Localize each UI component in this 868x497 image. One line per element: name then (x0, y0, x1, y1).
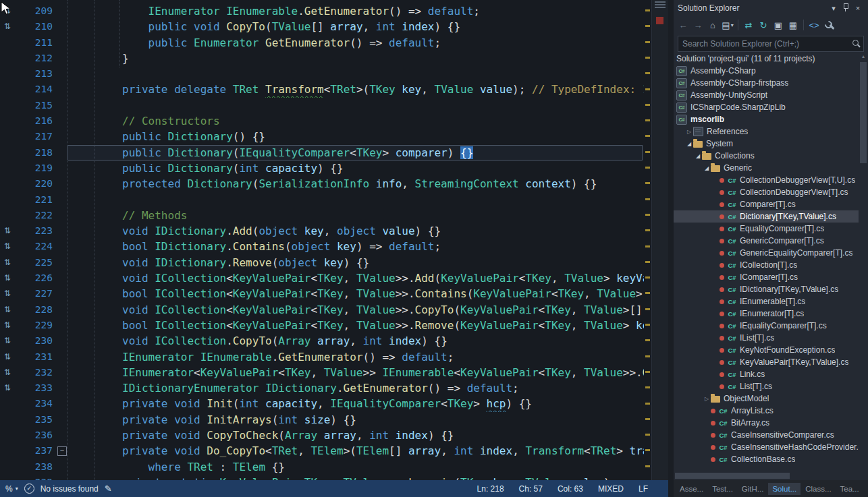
code-text[interactable]: IDictionaryEnumerator IDictionary.GetEnu… (70, 380, 644, 396)
tree-item[interactable]: ◢System (674, 138, 859, 150)
fold-margin[interactable]: − (55, 443, 70, 459)
code-text[interactable]: void ICollection<KeyValuePair<TKey, TVal… (70, 302, 644, 318)
code-text[interactable]: where TRet : TElem {} (70, 459, 644, 475)
code-text[interactable]: // Constructors (70, 113, 644, 129)
code-line[interactable]: 239 private static KeyValuePair<TKey, TV… (0, 475, 644, 480)
tree-item[interactable]: C#Assembly-UnityScript (674, 89, 859, 101)
code-line[interactable]: 212 } (0, 51, 644, 66)
split-editor-grip-icon[interactable] (655, 1, 666, 9)
code-line[interactable]: 235 private void InitArrays(int size) {} (0, 412, 644, 428)
pen-icon[interactable]: ✎ (105, 484, 112, 494)
code-text[interactable]: IEnumerator<KeyValuePair<TKey, TValue>> … (70, 365, 644, 380)
code-line[interactable]: 220 protected Dictionary(SerializationIn… (0, 176, 644, 192)
code-text[interactable]: private void InitArrays(int size) {} (70, 412, 644, 428)
code-text[interactable]: public Enumerator GetEnumerator() => def… (70, 35, 644, 51)
code-line[interactable]: ⇅227 bool ICollection<KeyValuePair<TKey,… (0, 286, 644, 301)
scrollbar-thumb[interactable] (675, 473, 790, 479)
code-text[interactable]: public void CopyTo(TValue[] array, int i… (70, 19, 644, 34)
code-line[interactable]: 236 private void CopyToCheck(Array array… (0, 428, 644, 443)
code-line[interactable]: 237− private void Do_CopyTo<TRet, TElem>… (0, 443, 644, 459)
code-text[interactable]: public Dictionary(int capacity) {} (70, 160, 644, 176)
code-line[interactable]: ⇅231 IEnumerator IEnumerable.GetEnumerat… (0, 349, 644, 365)
code-line[interactable]: 216 // Constructors (0, 113, 644, 129)
code-line[interactable]: ⇅226 void ICollection<KeyValuePair<TKey,… (0, 270, 644, 286)
code-line[interactable]: 217 public Dictionary() {} (0, 129, 644, 144)
tree-item[interactable]: C#CaseInsensitiveComparer.cs (674, 429, 859, 441)
reference-gutter-icon[interactable]: ⇅ (0, 333, 15, 349)
code-line[interactable]: 219 public Dictionary(int capacity) {} (0, 160, 644, 176)
tree-item[interactable]: C#Assembly-CSharp-firstpass (674, 77, 859, 89)
scrollbar-thumb[interactable] (860, 62, 867, 163)
reference-gutter-icon[interactable]: ⇅ (0, 349, 15, 365)
code-line[interactable]: ⇅210 public void CopyTo(TValue[] array, … (0, 19, 644, 34)
code-text[interactable]: void ICollection.CopyTo(Array array, int… (70, 333, 644, 349)
tool-window-tab[interactable]: Class... (801, 483, 835, 495)
tree-item[interactable]: C#List[T].cs (674, 380, 859, 392)
expander-expanded-icon[interactable]: ◢ (685, 141, 693, 147)
show-all-files-icon[interactable]: ▦ (786, 18, 800, 32)
code-line[interactable]: 215 (0, 98, 644, 113)
tree-item[interactable]: ▷References (674, 125, 859, 138)
fold-collapse-icon[interactable]: − (57, 446, 67, 456)
forward-icon[interactable]: → (691, 18, 705, 32)
code-text[interactable]: bool ICollection<KeyValuePair<TKey, TVal… (70, 286, 644, 301)
reference-gutter-icon[interactable]: ⇅ (0, 302, 15, 318)
reference-gutter-icon[interactable]: ⇅ (0, 255, 15, 270)
reference-gutter-icon[interactable]: ⇅ (0, 380, 15, 396)
pending-changes-filter-icon[interactable]: ▣ (771, 18, 785, 32)
properties-icon[interactable] (822, 18, 836, 32)
view-code-icon[interactable]: <> (807, 18, 821, 32)
code-line[interactable]: 221 (0, 192, 644, 208)
tool-window-tab[interactable]: Tea... (836, 483, 863, 495)
code-line[interactable]: 211 public Enumerator GetEnumerator() =>… (0, 35, 644, 51)
code-line[interactable]: ⇅228 void ICollection<KeyValuePair<TKey,… (0, 302, 644, 318)
code-text[interactable] (70, 98, 644, 113)
code-text[interactable]: void IDictionary.Remove(object key) {} (70, 255, 644, 270)
tree-item[interactable]: Solution 'project-gui' (11 of 11 project… (674, 53, 859, 65)
editor-vertical-scrollbar[interactable] (651, 0, 668, 480)
expander-expanded-icon[interactable]: ◢ (703, 165, 711, 171)
tree-horizontal-scrollbar[interactable] (674, 471, 859, 480)
code-text[interactable]: public Dictionary(IEqualityComparer<TKey… (70, 145, 644, 160)
tree-item[interactable]: C#IComparer[T].cs (674, 271, 859, 283)
tree-item[interactable]: C#ArrayList.cs (674, 405, 859, 417)
pin-icon[interactable] (840, 3, 852, 13)
home-icon[interactable]: ⌂ (706, 18, 720, 32)
tree-item[interactable]: C#Link.cs (674, 368, 859, 380)
tree-item[interactable]: C#IDictionary[TKey,TValue].cs (674, 283, 859, 295)
code-text[interactable] (70, 192, 644, 208)
code-text[interactable]: private void CopyToCheck(Array array, in… (70, 428, 644, 443)
tree-item[interactable]: C#IList[T].cs (674, 332, 859, 344)
tree-item[interactable]: C#IEnumerator[T].cs (674, 308, 859, 320)
expander-collapsed-icon[interactable]: ▷ (703, 396, 711, 402)
reference-gutter-icon[interactable]: ⇅ (0, 270, 15, 286)
status-line-ending[interactable]: LF (639, 484, 648, 494)
code-line[interactable]: ⇅225 void IDictionary.Remove(object key)… (0, 255, 644, 270)
tree-item[interactable]: C#GenericEqualityComparer[T].cs (674, 247, 859, 259)
reference-gutter-icon[interactable]: ⇅ (0, 365, 15, 380)
search-icon[interactable] (852, 40, 859, 46)
tool-window-tab[interactable]: Asse... (676, 483, 707, 495)
code-text[interactable]: public Dictionary() {} (70, 129, 644, 144)
code-text[interactable]: bool IDictionary.Contains(object key) =>… (70, 239, 644, 254)
tree-item[interactable]: C#mscorlib (674, 113, 859, 125)
code-line[interactable]: 222 // Methods (0, 208, 644, 223)
code-line[interactable]: ⇅230 void ICollection.CopyTo(Array array… (0, 333, 644, 349)
tree-item[interactable]: C#ICSharpCode.SharpZipLib (674, 101, 859, 113)
code-line[interactable]: 234 private void Init(int capacity, IEqu… (0, 396, 644, 411)
tree-item[interactable]: ◢Collections (674, 150, 859, 162)
tree-item[interactable]: C#ICollection[T].cs (674, 259, 859, 271)
code-line[interactable]: 218 public Dictionary(IEqualityComparer<… (0, 145, 644, 160)
code-text[interactable]: void ICollection<KeyValuePair<TKey, TVal… (70, 270, 644, 286)
switch-views-icon[interactable]: ▤▾ (721, 18, 734, 32)
tree-item[interactable]: C#KeyValuePair[TKey,TValue].cs (674, 356, 859, 368)
code-text[interactable]: IEnumerator IEnumerable.GetEnumerator() … (70, 349, 644, 365)
tree-item[interactable]: C#Assembly-CSharp (674, 65, 859, 77)
tree-item[interactable]: C#IEqualityComparer[T].cs (674, 320, 859, 332)
code-line[interactable]: ⇅233 IDictionaryEnumerator IDictionary.G… (0, 380, 644, 396)
code-text[interactable]: protected Dictionary(SerializationInfo i… (70, 176, 644, 192)
zoom-caret-icon[interactable]: ▾ (16, 486, 18, 492)
sync-with-active-document-icon[interactable]: ⇄ (742, 18, 755, 32)
code-editor[interactable]: ⇅209 IEnumerator IEnumerable.GetEnumerat… (0, 0, 668, 480)
close-icon[interactable]: × (852, 4, 864, 12)
